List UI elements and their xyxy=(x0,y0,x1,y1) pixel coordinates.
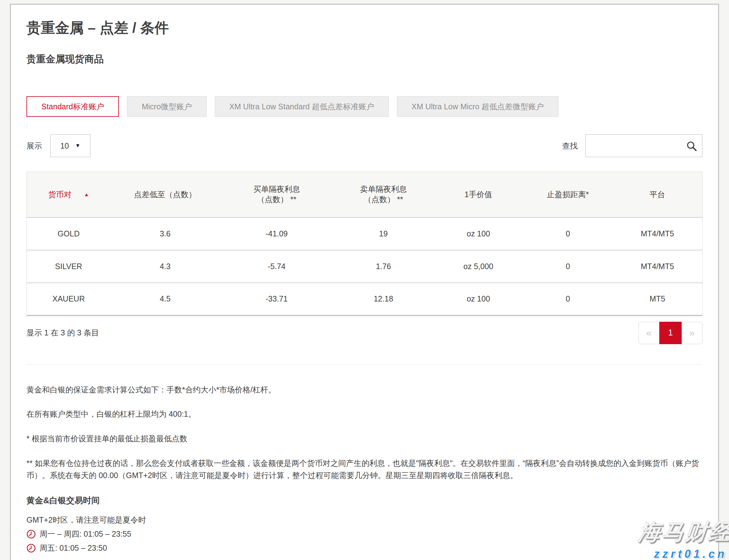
note-margin-formula: 黄金和白银的保证金需求计算公式如下：手数*合约大小*市场价格/杠杆。 xyxy=(26,384,703,396)
column-header-platform[interactable]: 平台 xyxy=(613,172,703,217)
cell-symbol: SILVER xyxy=(27,250,111,283)
note-swap-explanation: ** 如果您有仓位持仓过夜的话，那么您会支付或者获取一些金额，该金额便是两个货币… xyxy=(26,457,703,482)
cell-platform: MT5 xyxy=(613,283,703,316)
main-content-panel: 贵重金属 – 点差 / 条件 贵重金属现货商品 Standard标准账户 Mic… xyxy=(10,4,719,560)
cell-spread: 4.5 xyxy=(111,283,220,316)
trading-hours-text: 周五: 01:05 – 23:50 xyxy=(40,543,107,553)
search-icon[interactable] xyxy=(686,140,698,153)
cell-spread: 3.6 xyxy=(111,217,220,250)
column-header-spread[interactable]: 点差低至（点数） xyxy=(111,172,220,217)
trading-hours-text: 周一 – 周四: 01:05 – 23:55 xyxy=(40,529,131,539)
trading-hours-heading: 黄金&白银交易时间 xyxy=(26,495,703,506)
cell-symbol: XAUEUR xyxy=(27,283,111,316)
table-row: XAUEUR 4.5 -33.71 12.18 oz 100 0 MT5 xyxy=(27,283,703,316)
section-divider xyxy=(26,364,703,364)
table-row: SILVER 4.3 -5.74 1.76 oz 5,000 0 MT4/MT5 xyxy=(27,250,703,283)
tab-ultra-low-standard-account[interactable]: XM Ultra Low Standard 超低点差标准账户 xyxy=(215,96,389,117)
caret-down-icon: ▼ xyxy=(75,143,80,149)
cell-swap-long: -5.74 xyxy=(220,250,334,283)
footnotes: 黄金和白银的保证金需求计算公式如下：手数*合约大小*市场价格/杠杆。 在所有账户… xyxy=(26,384,703,482)
clock-icon xyxy=(26,529,36,539)
column-header-stop-level[interactable]: 止盈损距离* xyxy=(523,172,613,217)
column-header-lot-value[interactable]: 1手价值 xyxy=(433,172,523,217)
cell-swap-long: -33.71 xyxy=(220,283,334,316)
tab-standard-account[interactable]: Standard标准账户 xyxy=(26,96,119,117)
page-title: 贵重金属 – 点差 / 条件 xyxy=(26,18,703,38)
page-size-select[interactable]: 10 ▼ xyxy=(50,134,91,157)
cell-stop-level: 0 xyxy=(523,283,613,316)
spreads-table: 货币对▲ 点差低至（点数） 买单隔夜利息 （点数） ** 卖单隔夜利息 （点数）… xyxy=(26,172,703,316)
clock-icon xyxy=(26,543,36,553)
note-silver-leverage: 在所有账户类型中，白银的杠杆上限均为 400:1。 xyxy=(26,408,703,420)
cell-lot-value: oz 100 xyxy=(433,217,523,250)
account-type-tabs: Standard标准账户 Micro微型账户 XM Ultra Low Stan… xyxy=(26,96,703,117)
table-row: GOLD 3.6 -41.09 19 oz 100 0 MT4/MT5 xyxy=(27,217,703,250)
column-header-swap-short[interactable]: 卖单隔夜利息 （点数） ** xyxy=(334,172,433,217)
cell-spread: 4.3 xyxy=(111,250,220,283)
cell-platform: MT4/MT5 xyxy=(613,250,703,283)
page-size-value: 10 xyxy=(60,141,69,150)
search-label: 查找 xyxy=(562,141,578,151)
cell-swap-long: -41.09 xyxy=(220,217,334,250)
trading-hours-weekdays: 周一 – 周四: 01:05 – 23:55 xyxy=(26,529,703,539)
next-page-button[interactable]: » xyxy=(681,322,703,344)
cell-swap-short: 19 xyxy=(334,217,433,250)
cell-swap-short: 12.18 xyxy=(334,283,433,316)
cell-symbol: GOLD xyxy=(27,217,111,250)
cell-platform: MT4/MT5 xyxy=(613,217,703,250)
cell-lot-value: oz 5,000 xyxy=(433,250,523,283)
note-stop-level: * 根据当前市价设置挂单的最低止损盈最低点数 xyxy=(26,433,703,445)
pagination-row: 显示 1 在 3 的 3 条目 « 1 » xyxy=(26,322,703,344)
trading-hours-friday: 周五: 01:05 – 23:50 xyxy=(26,543,703,553)
table-header-row: 货币对▲ 点差低至（点数） 买单隔夜利息 （点数） ** 卖单隔夜利息 （点数）… xyxy=(27,172,703,217)
cell-stop-level: 0 xyxy=(523,217,613,250)
tab-ultra-low-micro-account[interactable]: XM Ultra Low Micro 超低点差微型账户 xyxy=(397,96,558,117)
cell-swap-short: 1.76 xyxy=(334,250,433,283)
entries-summary: 显示 1 在 3 的 3 条目 xyxy=(26,328,99,338)
table-controls: 展示 10 ▼ 查找 xyxy=(26,134,703,157)
cell-lot-value: oz 100 xyxy=(433,283,523,316)
search-input[interactable] xyxy=(585,134,703,157)
sort-asc-icon: ▲ xyxy=(84,192,89,197)
pagination: « 1 » xyxy=(638,322,703,344)
show-label: 展示 xyxy=(26,141,42,151)
page-subtitle: 贵重金属现货商品 xyxy=(26,53,703,66)
column-header-symbol[interactable]: 货币对▲ xyxy=(27,172,111,217)
cell-stop-level: 0 xyxy=(523,250,613,283)
current-page-button[interactable]: 1 xyxy=(659,322,682,344)
column-header-swap-long[interactable]: 买单隔夜利息 （点数） ** xyxy=(220,172,334,217)
trading-hours-timezone: GMT+2时区，请注意可能是夏令时 xyxy=(26,515,703,525)
previous-page-button[interactable]: « xyxy=(638,322,660,344)
tab-micro-account[interactable]: Micro微型账户 xyxy=(127,96,206,117)
